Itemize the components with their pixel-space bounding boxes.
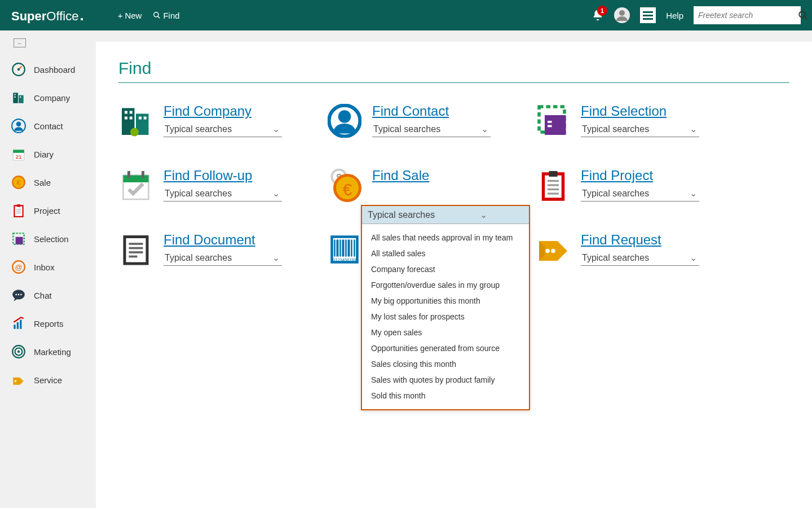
sale-icon: € bbox=[11, 175, 26, 190]
svg-text:€: € bbox=[343, 180, 352, 199]
typical-searches-dropdown[interactable]: Typical searches ⌄ bbox=[164, 121, 282, 137]
sidebar-item-project[interactable]: Project bbox=[0, 196, 96, 225]
svg-point-3 bbox=[799, 11, 805, 17]
svg-rect-63 bbox=[549, 171, 558, 177]
card-title-link[interactable]: Find Document bbox=[164, 232, 327, 248]
typical-searches-dropdown[interactable]: Typical searches ⌄ bbox=[164, 250, 282, 266]
main-menu-button[interactable] bbox=[640, 7, 656, 23]
svg-point-38 bbox=[15, 380, 16, 382]
dropdown-item[interactable]: Company forecast bbox=[362, 261, 529, 277]
card-find-followup: Find Follow-up Typical searches ⌄ bbox=[118, 168, 327, 203]
sidebar-item-label: Marketing bbox=[34, 347, 71, 357]
find-button[interactable]: Find bbox=[153, 11, 179, 20]
typical-searches-dropdown[interactable]: Typical searches ⌄ bbox=[372, 121, 491, 137]
card-title-link[interactable]: Find Project bbox=[581, 168, 744, 183]
dropdown-item[interactable]: Sales closing this month bbox=[362, 356, 529, 372]
svg-text:@: @ bbox=[15, 263, 22, 271]
svg-rect-56 bbox=[127, 171, 130, 178]
dropdown-item[interactable]: Opportunities generated from source bbox=[362, 340, 529, 356]
chevron-down-icon: ⌄ bbox=[690, 124, 697, 134]
typical-label: Typical searches bbox=[582, 253, 649, 263]
svg-rect-7 bbox=[13, 93, 18, 103]
followup-icon bbox=[118, 168, 153, 203]
card-title-link[interactable]: Find Contact bbox=[372, 103, 536, 119]
sidebar-item-label: Contact bbox=[34, 121, 63, 131]
arrow-left-icon: ← bbox=[17, 40, 23, 46]
card-title-link[interactable]: Find Selection bbox=[581, 103, 744, 119]
svg-point-6 bbox=[17, 68, 20, 71]
svg-rect-20 bbox=[17, 204, 21, 207]
sidebar-item-selection[interactable]: Selection bbox=[0, 225, 96, 253]
top-actions: + New Find bbox=[118, 11, 180, 20]
freetext-search[interactable] bbox=[694, 6, 801, 24]
sidebar-item-contact[interactable]: Contact bbox=[0, 112, 96, 140]
logo-dot: . bbox=[80, 7, 83, 24]
contact-icon bbox=[327, 103, 362, 138]
svg-text:€: € bbox=[16, 178, 21, 187]
sidebar-item-dashboard[interactable]: Dashboard bbox=[0, 55, 96, 84]
logo[interactable]: SuperOffice. bbox=[11, 7, 84, 24]
svg-rect-33 bbox=[17, 322, 19, 329]
sidebar-item-label: Project bbox=[34, 206, 60, 216]
collapse-sidebar-button[interactable]: ← bbox=[14, 38, 26, 47]
card-title-link[interactable]: Find Company bbox=[164, 103, 327, 119]
card-title-link[interactable]: Find Follow-up bbox=[164, 168, 327, 183]
card-title-link[interactable]: Find Request bbox=[581, 232, 744, 248]
sidebar-item-inbox[interactable]: @ Inbox bbox=[0, 253, 96, 281]
dropdown-item[interactable]: My big opportunities this month bbox=[362, 293, 529, 309]
help-link[interactable]: Help bbox=[666, 11, 683, 20]
sidebar-item-label: Service bbox=[34, 375, 62, 385]
svg-point-30 bbox=[18, 294, 20, 296]
chevron-down-icon: ⌄ bbox=[272, 252, 280, 263]
svg-rect-68 bbox=[125, 237, 147, 264]
sidebar-item-service[interactable]: Service bbox=[0, 366, 96, 394]
new-button[interactable]: + New bbox=[118, 11, 142, 20]
typical-searches-dropdown[interactable]: Typical searches ⌄ bbox=[581, 186, 699, 202]
svg-point-84 bbox=[551, 249, 555, 253]
chat-icon bbox=[11, 288, 26, 303]
sidebar-item-sale[interactable]: € Sale bbox=[0, 168, 96, 196]
svg-rect-46 bbox=[144, 117, 147, 120]
card-title-link[interactable]: Find Sale bbox=[372, 168, 536, 183]
svg-point-49 bbox=[338, 110, 351, 123]
typical-searches-dropdown[interactable]: Typical searches ⌄ bbox=[164, 186, 282, 202]
document-icon bbox=[118, 232, 153, 267]
sidebar-item-marketing[interactable]: Marketing bbox=[0, 338, 96, 366]
svg-rect-45 bbox=[139, 117, 142, 120]
avatar[interactable] bbox=[614, 7, 630, 23]
typical-searches-dropdown[interactable]: Typical searches ⌄ bbox=[362, 206, 529, 224]
sidebar-item-reports[interactable]: Reports bbox=[0, 309, 96, 338]
svg-rect-52 bbox=[548, 121, 552, 123]
dropdown-item[interactable]: Forgotten/overdue sales in my group bbox=[362, 277, 529, 293]
dropdown-item[interactable]: Sales with quotes by product family bbox=[362, 372, 529, 388]
sale-icon: $€ bbox=[327, 168, 362, 203]
svg-text:0123456789: 0123456789 bbox=[333, 257, 356, 262]
logo-part1: Super bbox=[11, 9, 46, 24]
dropdown-item[interactable]: All stalled sales bbox=[362, 246, 529, 261]
project-icon bbox=[536, 168, 571, 203]
dropdown-item[interactable]: All sales that needs approval in my team bbox=[362, 230, 529, 246]
svg-rect-32 bbox=[14, 325, 15, 329]
search-input[interactable] bbox=[698, 11, 798, 20]
notifications-button[interactable]: 1 bbox=[592, 9, 604, 21]
card-find-document: Find Document Typical searches ⌄ bbox=[118, 232, 327, 267]
dropdown-item[interactable]: Sold this month bbox=[362, 388, 529, 404]
inbox-icon: @ bbox=[11, 260, 26, 274]
svg-line-1 bbox=[158, 16, 160, 19]
sidebar-item-chat[interactable]: Chat bbox=[0, 281, 96, 309]
sidebar-item-diary[interactable]: 21 Diary bbox=[0, 140, 96, 168]
dropdown-item[interactable]: My open sales bbox=[362, 325, 529, 340]
card-find-project: Find Project Typical searches ⌄ bbox=[536, 168, 744, 203]
typical-label: Typical searches bbox=[165, 253, 232, 263]
typical-searches-dropdown[interactable]: Typical searches ⌄ bbox=[581, 250, 699, 266]
dropdown-item[interactable]: My lost sales for prospects bbox=[362, 309, 529, 325]
card-find-contact: Find Contact Typical searches ⌄ bbox=[327, 103, 536, 138]
project-icon bbox=[11, 203, 26, 218]
svg-rect-25 bbox=[16, 237, 23, 244]
svg-rect-34 bbox=[20, 320, 21, 329]
svg-rect-11 bbox=[20, 97, 21, 98]
sidebar-item-company[interactable]: Company bbox=[0, 84, 96, 112]
svg-rect-62 bbox=[544, 174, 563, 199]
sidebar-item-label: Diary bbox=[34, 150, 54, 159]
typical-searches-dropdown[interactable]: Typical searches ⌄ bbox=[581, 121, 699, 137]
